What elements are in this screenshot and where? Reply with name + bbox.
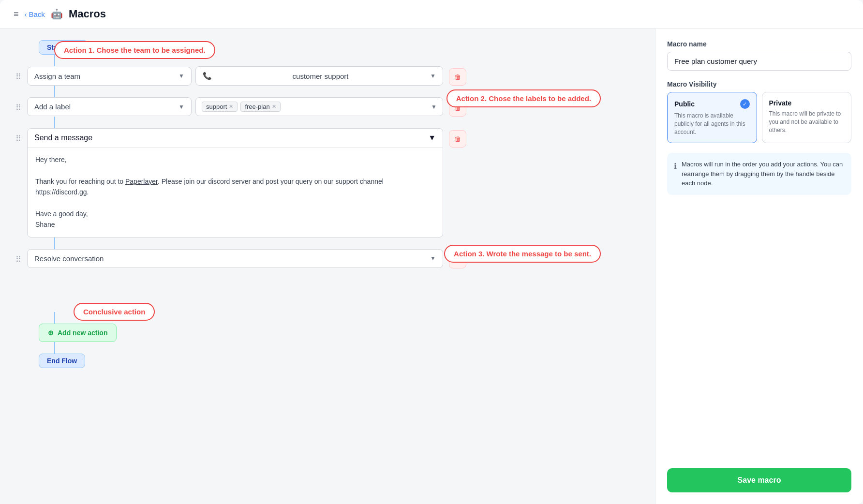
tag-support-label: support (206, 103, 227, 110)
action-2-content: Add a label ▼ support ✕ free-plan (27, 97, 443, 116)
delete-action-3-button[interactable]: 🗑 (449, 130, 466, 148)
macro-name-input[interactable] (667, 52, 851, 71)
drag-handle-3[interactable]: ⠿ (15, 128, 21, 143)
connector-line-1 (54, 55, 55, 66)
action-type-label-2: Add a label (34, 103, 71, 111)
macro-visibility-section: Macro Visibility Public ✓ This macro is … (667, 80, 851, 143)
flow-panel: Start Flow Action 1. Chose the team to b… (0, 29, 655, 504)
resolve-conversation-select[interactable]: Resolve conversation ▼ (27, 249, 443, 268)
tag-free-plan-label: free-plan (245, 103, 269, 110)
action-row-1: ⠿ Assign a team ▼ 📞 customer support ▼ (15, 66, 640, 86)
connector-line-3 (54, 117, 55, 128)
delete-action-1-button[interactable]: 🗑 (449, 68, 466, 86)
drag-handle-4[interactable]: ⠿ (15, 249, 21, 264)
visibility-private-card[interactable]: Private This macro will be private to yo… (762, 92, 852, 143)
action-2-wrapper: Action 2. Chose the labels to be added. … (15, 97, 640, 117)
macro-name-section-title: Macro name (667, 40, 851, 48)
connector-line-4 (54, 237, 55, 249)
end-flow-node: End Flow (39, 354, 85, 368)
action-1-wrapper: Action 1. Chose the team to be assigned.… (15, 66, 640, 86)
visibility-public-title: Public (674, 100, 695, 108)
tag-free-plan: free-plan ✕ (240, 102, 280, 112)
action-row-2: ⠿ Add a label ▼ support ✕ (15, 97, 640, 117)
resolve-conversation-label: Resolve conversation (34, 254, 104, 263)
back-label: Back (29, 10, 45, 18)
visibility-private-header: Private (769, 99, 845, 107)
chevron-down-icon-4: ▼ (428, 133, 436, 142)
action-row-3: ⠿ Send a message ▼ Hey there, Thank you … (15, 128, 640, 237)
sidebar-panel: Macro name Macro Visibility Public ✓ Thi… (655, 29, 863, 504)
delete-action-4-button[interactable]: 🗑 (449, 251, 466, 268)
send-message-select[interactable]: Send a message ▼ (28, 129, 443, 148)
tags-select[interactable]: support ✕ free-plan ✕ ▼ (195, 97, 443, 116)
remove-tag-free-plan[interactable]: ✕ (272, 104, 276, 110)
add-new-action-label: Add new action (58, 329, 107, 337)
page-title: Macros (69, 8, 106, 20)
chevron-down-icon: ▼ (179, 73, 184, 79)
add-new-action-button[interactable]: ⊕ Add new action (39, 324, 117, 342)
action-3-content: Send a message ▼ Hey there, Thank you fo… (27, 128, 443, 237)
macro-name-section: Macro name (667, 40, 851, 71)
conclusive-action-annotation: Conclusive action (74, 303, 155, 321)
drag-handle-1[interactable]: ⠿ (15, 66, 21, 81)
action-1-content: Assign a team ▼ 📞 customer support ▼ (27, 66, 443, 86)
action-2-selects: Add a label ▼ support ✕ free-plan (27, 97, 443, 116)
save-macro-button[interactable]: Save macro (667, 468, 851, 492)
tag-support: support ✕ (202, 102, 238, 112)
drag-handle-2[interactable]: ⠿ (15, 97, 21, 112)
action-type-select-2[interactable]: Add a label ▼ (27, 97, 192, 116)
visibility-public-check: ✓ (740, 99, 750, 109)
action-value-select-1[interactable]: 📞 customer support ▼ (195, 66, 443, 86)
delete-action-2-button[interactable]: 🗑 (449, 99, 466, 117)
remove-tag-support[interactable]: ✕ (229, 104, 233, 110)
info-icon: ℹ (674, 161, 677, 188)
connector-line-5 (54, 312, 55, 324)
visibility-private-title: Private (769, 99, 792, 107)
connector-line-6 (54, 342, 55, 354)
start-flow-node: Start Flow (39, 40, 88, 55)
action-type-label-1: Assign a team (34, 72, 80, 80)
info-text: Macros will run in the order you add you… (682, 160, 845, 188)
action-1-selects: Assign a team ▼ 📞 customer support ▼ (27, 66, 443, 86)
chevron-down-icon-3: ▼ (179, 104, 184, 110)
menu-icon[interactable]: ≡ (14, 9, 19, 19)
phone-icon: 📞 (203, 72, 212, 80)
action-3-wrapper: ⠿ Send a message ▼ Hey there, Thank you … (15, 128, 640, 237)
message-body: Hey there, Thank you for reaching out to… (28, 148, 443, 237)
visibility-private-desc: This macro will be private to you and no… (769, 110, 845, 134)
action-value-label-1: customer support (293, 72, 349, 80)
back-button[interactable]: ‹ Back (25, 10, 45, 18)
visibility-public-desc: This macro is available publicly for all… (674, 112, 750, 136)
tags-chevron-icon: ▼ (431, 104, 437, 110)
action-type-select-1[interactable]: Assign a team ▼ (27, 67, 192, 86)
visibility-public-card[interactable]: Public ✓ This macro is available publicl… (667, 92, 757, 143)
chevron-down-icon-5: ▼ (430, 255, 436, 262)
message-box: Send a message ▼ Hey there, Thank you fo… (27, 128, 443, 237)
visibility-public-header: Public ✓ (674, 99, 750, 109)
robot-icon: 🤖 (51, 8, 63, 20)
visibility-options: Public ✓ This macro is available publicl… (667, 92, 851, 143)
action-4-content: Resolve conversation ▼ (27, 249, 443, 268)
send-message-label: Send a message (34, 133, 92, 142)
action-4-wrapper: ⠿ Resolve conversation ▼ 🗑 Conclusive ac… (15, 249, 640, 297)
action-row-4: ⠿ Resolve conversation ▼ 🗑 (15, 249, 640, 268)
visibility-section-title: Macro Visibility (667, 80, 851, 88)
chevron-down-icon-2: ▼ (430, 73, 436, 79)
plus-icon: ⊕ (48, 329, 54, 337)
info-box: ℹ Macros will run in the order you add y… (667, 153, 851, 195)
connector-line-2 (54, 86, 55, 97)
